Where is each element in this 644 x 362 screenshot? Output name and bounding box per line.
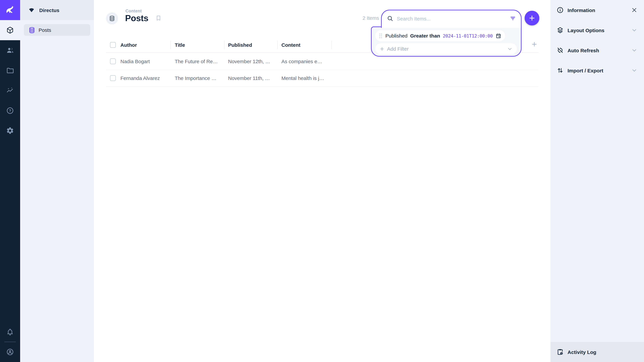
bookmark-icon bbox=[155, 15, 162, 21]
filter-field[interactable]: Published bbox=[386, 33, 408, 38]
help-module-icon: ? bbox=[6, 107, 14, 115]
sidebar-section-layout-options[interactable]: Layout Options bbox=[550, 20, 644, 40]
connection-wedge-icon bbox=[28, 7, 35, 13]
activity-log-label: Activity Log bbox=[568, 349, 596, 355]
module-files[interactable] bbox=[0, 60, 20, 80]
filter-rule[interactable]: Published Greater than 2024-11-01T12:00:… bbox=[375, 30, 505, 41]
files-module-icon bbox=[6, 66, 14, 74]
layers-icon bbox=[556, 26, 564, 34]
sidebar-section-label: Information bbox=[568, 7, 595, 13]
database-icon bbox=[109, 15, 116, 22]
plus-icon bbox=[379, 46, 385, 51]
add-filter-label: Add Filter bbox=[387, 46, 408, 52]
module-bar: ? bbox=[0, 0, 20, 362]
chevron-down-icon bbox=[631, 47, 638, 54]
directus-app: ? Directus bbox=[0, 0, 644, 362]
filter-panel: Published Greater than 2024-11-01T12:00:… bbox=[371, 26, 522, 57]
main-content: Content Posts 2 Items Search Items... bbox=[94, 0, 550, 362]
module-settings[interactable] bbox=[0, 121, 20, 141]
sidebar-section-information[interactable]: Information bbox=[550, 0, 644, 20]
chevron-down-icon bbox=[507, 46, 513, 52]
cell-content: Mental health is j… bbox=[282, 75, 324, 81]
sync-disabled-icon bbox=[556, 46, 564, 54]
user-menu-button[interactable] bbox=[0, 342, 20, 362]
plus-icon bbox=[528, 14, 536, 22]
notifications-bell-icon bbox=[6, 328, 14, 336]
column-resize-handle[interactable] bbox=[170, 40, 171, 49]
cell-title: The Importance … bbox=[175, 75, 216, 81]
table-row[interactable]: Fernanda Alvarez The Importance … Novemb… bbox=[106, 69, 538, 87]
activity-log-icon bbox=[556, 348, 564, 356]
module-insights[interactable] bbox=[0, 80, 20, 100]
collection-icon-circle bbox=[106, 12, 118, 24]
activity-log-button[interactable]: Activity Log bbox=[550, 342, 644, 362]
column-resize-handle[interactable] bbox=[332, 40, 332, 49]
close-icon[interactable] bbox=[631, 7, 638, 13]
insights-module-icon bbox=[6, 86, 14, 94]
drag-handle-icon[interactable] bbox=[379, 33, 383, 38]
sidebar-section-label: Auto Refresh bbox=[568, 47, 599, 53]
cell-author: Fernanda Alvarez bbox=[120, 75, 160, 81]
info-icon bbox=[556, 6, 564, 14]
page-title: Posts bbox=[125, 13, 148, 23]
chevron-down-icon bbox=[631, 27, 638, 33]
search-input[interactable]: Search Items... bbox=[397, 15, 506, 21]
column-header-content[interactable]: Content bbox=[282, 42, 300, 48]
user-avatar-icon bbox=[6, 348, 14, 356]
search-bar[interactable]: Search Items... bbox=[381, 10, 522, 28]
items-count: 2 Items bbox=[339, 15, 379, 21]
directus-rabbit-icon bbox=[4, 4, 16, 16]
sidebar-section-label: Import / Export bbox=[568, 67, 603, 73]
module-help[interactable]: ? bbox=[0, 100, 20, 121]
filter-value[interactable]: 2024-11-01T12:00:00 bbox=[443, 33, 492, 38]
sidebar-section-label: Layout Options bbox=[568, 27, 604, 33]
module-users[interactable] bbox=[0, 40, 20, 60]
breadcrumb[interactable]: Content bbox=[126, 9, 142, 13]
import-export-icon bbox=[556, 67, 564, 74]
notifications-button[interactable] bbox=[0, 322, 20, 342]
project-header[interactable]: Directus bbox=[20, 0, 94, 20]
module-content[interactable] bbox=[0, 20, 20, 40]
sidebar-section-import-export[interactable]: Import / Export bbox=[550, 60, 644, 80]
database-icon bbox=[28, 26, 36, 34]
sidebar-section-auto-refresh[interactable]: Auto Refresh bbox=[550, 40, 644, 60]
sidebar-item-posts[interactable]: Posts bbox=[24, 24, 90, 36]
row-checkbox[interactable] bbox=[110, 75, 116, 81]
users-module-icon bbox=[6, 46, 14, 54]
add-column-button[interactable] bbox=[531, 41, 538, 48]
cell-published: November 11th, … bbox=[228, 75, 270, 81]
add-filter-button[interactable]: Add Filter bbox=[375, 43, 517, 54]
cell-title: The Future of Re… bbox=[175, 58, 218, 64]
chevron-down-icon bbox=[631, 67, 638, 74]
cell-published: November 12th, … bbox=[228, 58, 270, 64]
cell-content: As companies e… bbox=[282, 58, 322, 64]
info-sidebar: Information Layout Options Auto Refresh bbox=[550, 0, 644, 362]
navigation-sidebar: Directus Posts bbox=[20, 0, 94, 362]
row-checkbox[interactable] bbox=[110, 58, 116, 64]
directus-logo-button[interactable] bbox=[0, 0, 20, 20]
filter-operator[interactable]: Greater than bbox=[410, 33, 440, 38]
column-header-title[interactable]: Title bbox=[175, 42, 185, 48]
search-icon bbox=[387, 15, 394, 22]
project-name: Directus bbox=[39, 7, 59, 13]
calendar-icon[interactable] bbox=[496, 33, 502, 39]
filter-list-icon[interactable] bbox=[510, 15, 516, 22]
select-all-checkbox[interactable] bbox=[110, 42, 116, 48]
svg-text:?: ? bbox=[9, 109, 11, 113]
add-item-button[interactable] bbox=[524, 11, 539, 25]
content-module-icon bbox=[6, 26, 14, 34]
column-resize-handle[interactable] bbox=[224, 40, 224, 49]
column-header-published[interactable]: Published bbox=[228, 42, 252, 48]
column-resize-handle[interactable] bbox=[278, 40, 278, 49]
settings-module-icon bbox=[6, 127, 14, 135]
cell-author: Nadia Bogart bbox=[120, 58, 150, 64]
column-header-author[interactable]: Author bbox=[120, 42, 137, 48]
bookmark-button[interactable] bbox=[155, 15, 162, 21]
nav-item-label: Posts bbox=[38, 27, 51, 33]
